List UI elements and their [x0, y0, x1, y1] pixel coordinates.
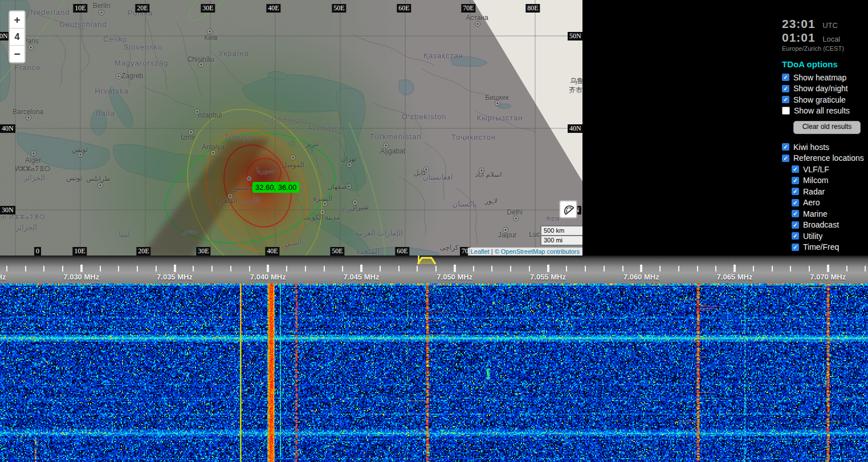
- checkbox-label: Show all results: [794, 106, 850, 115]
- local-label: Local: [822, 35, 840, 43]
- map-label: Jaipur: [498, 231, 517, 239]
- checkbox-label: Marine: [803, 209, 828, 218]
- checkbox-checked[interactable]: ✓: [782, 143, 789, 151]
- map-label: Deutschland: [59, 20, 107, 29]
- map-label: Zagreb: [121, 72, 143, 80]
- map-label: الأردن: [241, 196, 260, 205]
- graticule-label: 60E: [397, 4, 411, 13]
- city-marker-icon: [320, 209, 325, 215]
- option-row: ✓Show heatmap: [782, 72, 846, 81]
- map-label: Magyarország: [115, 59, 168, 67]
- city-marker-icon: [479, 168, 484, 173]
- checkbox-checked[interactable]: ✓: [782, 85, 789, 92]
- waterfall[interactable]: [0, 283, 868, 462]
- checkbox-label: Milcom: [803, 176, 828, 185]
- map-label: Aşgabat: [380, 147, 405, 155]
- checkbox-unchecked[interactable]: [782, 107, 790, 115]
- graticule-label: 30E: [196, 247, 210, 256]
- map-label: تونس: [66, 174, 82, 182]
- map-label: Тоҷикистон: [451, 133, 496, 141]
- map-label: France: [14, 63, 40, 72]
- map-attribution: Leaflet | © OpenStreetMap contributors: [468, 248, 582, 256]
- tdoa-result-label[interactable]: 32.60, 36.00: [252, 182, 299, 193]
- tdoa-map[interactable]: NederlandBerlinDeutschlandPolskaČeskoSlo…: [0, 0, 582, 256]
- checkbox-label: Utility: [803, 232, 822, 241]
- map-label: Türkmenistan: [370, 132, 422, 141]
- city-marker-icon: [26, 115, 31, 120]
- checkbox-label: Aero: [803, 198, 820, 207]
- map-label: مصر: [182, 226, 197, 235]
- city-marker-icon: [210, 150, 216, 156]
- map-label: پاکستان: [453, 200, 477, 208]
- map-zoom-control: + 4 −: [9, 10, 26, 63]
- city-marker-icon: [28, 44, 34, 50]
- checkbox-checked[interactable]: ✓: [792, 199, 799, 206]
- map-label: Italia: [96, 109, 115, 117]
- graticule-label: 80E: [525, 4, 540, 13]
- checkbox-label: Kiwi hosts: [793, 143, 829, 152]
- graticule-label: 50E: [332, 4, 346, 13]
- measure-tool-button[interactable]: [559, 200, 577, 218]
- leaflet-link[interactable]: Leaflet: [471, 248, 490, 255]
- graticule-label: 70E: [461, 4, 475, 13]
- checkbox-checked[interactable]: ✓: [792, 188, 799, 195]
- passband-marker[interactable]: [0, 256, 868, 283]
- map-label: Delhi: [507, 208, 522, 216]
- checkbox-label: Show graticule: [793, 95, 846, 104]
- kiwisdr-tdoa-app: NederlandBerlinDeutschlandPolskaČeskoSlo…: [0, 0, 868, 462]
- osm-link[interactable]: © OpenStreetMap contributors: [495, 248, 580, 255]
- map-label: Қазақстан: [423, 51, 463, 60]
- city-marker-icon: [194, 109, 200, 115]
- map-label: افغانستان: [423, 173, 453, 181]
- option-row: ✓Aero: [792, 197, 820, 206]
- attribution-separator: |: [490, 248, 495, 255]
- city-marker-icon: [227, 193, 233, 199]
- city-marker-icon: [352, 200, 358, 205]
- checkbox-checked[interactable]: ✓: [782, 74, 789, 81]
- checkbox-checked[interactable]: ✓: [792, 177, 799, 184]
- city-marker-icon: [116, 74, 121, 79]
- city-marker-icon: [475, 21, 480, 27]
- checkbox-checked[interactable]: ✓: [792, 221, 799, 229]
- local-time: 01:01: [782, 31, 816, 44]
- map-label: كراچى: [439, 244, 458, 252]
- map-label: Türkiye: [224, 133, 252, 141]
- city-marker-icon: [207, 29, 213, 34]
- checkbox-checked[interactable]: ✓: [792, 244, 799, 251]
- city-marker-icon: [346, 184, 352, 189]
- checkbox-label: Show heatmap: [793, 73, 846, 82]
- option-row: Show all results: [782, 106, 850, 115]
- tdoa-options-title: TDoA options: [782, 59, 838, 69]
- map-label: Alger: [25, 156, 41, 164]
- checkbox-checked[interactable]: ✓: [792, 165, 799, 173]
- checkbox-checked[interactable]: ✓: [782, 96, 789, 103]
- checkbox-checked[interactable]: ✓: [782, 155, 789, 162]
- graticule-label: 50N: [568, 32, 582, 40]
- city-marker-icon: [423, 167, 429, 172]
- map-label: القاهرة: [217, 197, 237, 205]
- zoom-out-button[interactable]: −: [10, 46, 25, 62]
- clear-old-results-button[interactable]: Clear old results: [793, 121, 861, 134]
- map-label: नेपाल: [546, 216, 560, 223]
- map-label: İzmir: [181, 133, 195, 141]
- city-marker-icon: [495, 100, 500, 106]
- city-marker-icon: [322, 201, 328, 206]
- zoom-in-button[interactable]: +: [10, 11, 25, 29]
- map-label: ليبيا: [119, 230, 130, 238]
- city-marker-icon: [513, 216, 519, 221]
- scale-bar-mi: 300 mi: [540, 235, 582, 246]
- checkbox-checked[interactable]: ✓: [792, 232, 799, 240]
- graticule-label: 50E: [330, 247, 344, 256]
- city-marker-icon: [290, 155, 296, 160]
- graticule-label: 10E: [72, 247, 87, 256]
- map-label: Hrvatska: [95, 87, 128, 95]
- map-label: طرابلس: [86, 175, 110, 183]
- checkbox-checked[interactable]: ✓: [792, 210, 799, 217]
- graticule-label: 40N: [568, 124, 582, 133]
- frequency-scale[interactable]: 7.025 MHz7.030 MHz7.035 MHz7.040 MHz7.04…: [0, 256, 868, 283]
- graticule-label: 60E: [395, 247, 409, 256]
- map-label: Астана: [466, 14, 488, 22]
- city-marker-icon: [246, 176, 252, 181]
- graticule-label: 30E: [201, 4, 215, 13]
- map-label: سوريا: [256, 166, 274, 175]
